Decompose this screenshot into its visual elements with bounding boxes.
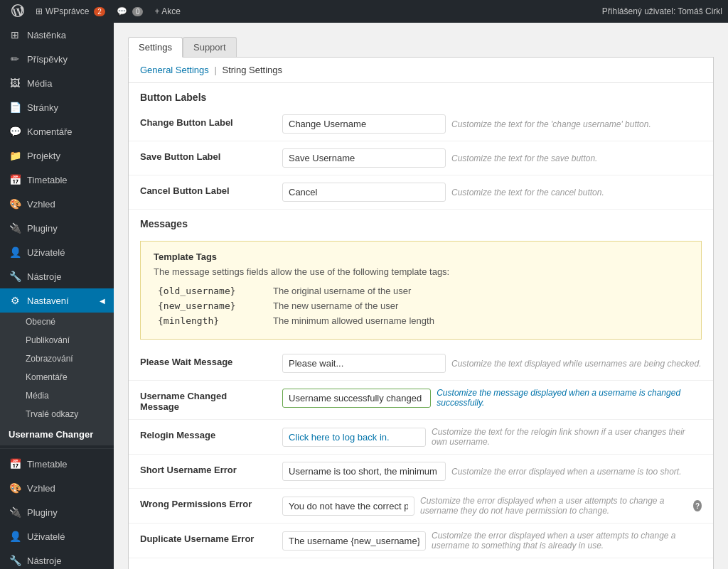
sidebar-item-dashboard[interactable]: ⊞ Nástěnka	[0, 23, 114, 47]
sidebar-item-projects[interactable]: 📁 Projekty	[0, 143, 114, 168]
sidebar-item-comments[interactable]: 💬 Komentáře	[0, 119, 114, 143]
sidebar-item-users[interactable]: 👤 Uživatelé	[0, 240, 114, 264]
projects-icon: 📁	[9, 149, 21, 162]
submenu-komentare[interactable]: Komentáře	[0, 368, 114, 386]
new-item-link[interactable]: + Akce	[149, 0, 186, 23]
sidebar-item-appearance[interactable]: 🎨 Vzhled	[0, 192, 114, 216]
wp-logo-link[interactable]	[6, 0, 30, 23]
tag-new-username-desc: The new username of the user	[270, 299, 687, 313]
duplicate-username-error-input[interactable]	[282, 531, 426, 551]
site-name-link[interactable]: ⊞ WPsprávce 2	[30, 0, 111, 23]
sidebar-item-label: Uživatelé	[27, 247, 65, 258]
sidebar-item-users2[interactable]: 👤 Uživatelé	[0, 524, 114, 548]
sidebar-item-plugins2[interactable]: 🔌 Pluginy	[0, 500, 114, 524]
comments-icon: 💬	[117, 6, 127, 16]
cancel-button-label-input[interactable]	[282, 183, 446, 202]
admin-bar: ⊞ WPsprávce 2 💬 0 + Akce Přihlášený uživ…	[0, 0, 728, 23]
short-username-error-input[interactable]	[282, 462, 446, 481]
username-changed-message-input[interactable]	[282, 389, 431, 408]
tag-minlength-desc: The minimum allowed username length	[270, 314, 687, 327]
breadcrumb: General Settings | String Settings	[129, 58, 713, 83]
table-row: Wrong Permissions Error Customize the er…	[129, 489, 713, 524]
relogin-message-hint: Customize the text for the relogin link …	[432, 427, 702, 447]
table-row: Cancel Button Label Customize the text f…	[129, 175, 713, 210]
please-wait-message-input[interactable]	[282, 354, 446, 373]
tools-icon: 🔧	[9, 270, 21, 283]
tab-settings[interactable]: Settings	[128, 37, 183, 58]
short-username-error-th: Short Username Error	[129, 455, 271, 489]
relogin-message-th: Relogin Message	[129, 420, 271, 455]
sidebar-item-tools[interactable]: 🔧 Nástroje	[0, 264, 114, 288]
breadcrumb-current: String Settings	[222, 65, 282, 75]
table-row: Duplicate Username Error Customize the e…	[129, 524, 713, 558]
sidebar: ⊞ Nástěnka ✏ Příspěvky 🖼 Média 📄 Stránky…	[0, 23, 114, 569]
breadcrumb-general-link[interactable]: General Settings	[140, 65, 209, 75]
wrong-permissions-error-input[interactable]	[282, 497, 414, 516]
sidebar-item-label: Nástroje	[27, 271, 61, 282]
pages-icon: 📄	[9, 101, 21, 114]
table-row: Change Button Label Customize the text f…	[129, 107, 713, 141]
sidebar-item-tools2[interactable]: 🔧 Nástroje	[0, 548, 114, 569]
change-button-label-input[interactable]	[282, 114, 446, 134]
sidebar-item-plugins[interactable]: 🔌 Pluginy	[0, 216, 114, 240]
tools2-icon: 🔧	[9, 554, 21, 567]
sidebar-item-label: Příspěvky	[27, 54, 68, 65]
submenu-obecne[interactable]: Obecné	[0, 313, 114, 331]
sidebar-item-timetable[interactable]: 📅 Timetable	[0, 168, 114, 192]
short-username-error-hint: Customize the error displayed when a use…	[451, 467, 682, 477]
tag-old-username-desc: The original username of the user	[270, 284, 687, 298]
username-changed-message-hint: Customize the message displayed when a u…	[437, 388, 702, 408]
tab-support[interactable]: Support	[183, 37, 237, 57]
breadcrumb-separator: |	[214, 65, 216, 75]
sidebar-item-label: Nástroje	[27, 556, 61, 566]
button-labels-section-title: Button Labels	[129, 83, 713, 107]
comments-icon: 💬	[9, 125, 21, 138]
submenu-trvale-odkazy[interactable]: Trvalé odkazy	[0, 405, 114, 423]
sidebar-item-pages[interactable]: 📄 Stránky	[0, 95, 114, 119]
sidebar-item-label: Stránky	[27, 102, 58, 113]
dashboard-icon: ⊞	[9, 28, 21, 41]
list-item: {minlength} The minimum allowed username…	[155, 314, 687, 327]
sidebar-item-label: Projekty	[27, 151, 60, 161]
list-item: {new_username} The new username of the u…	[155, 299, 687, 313]
posts-icon: ✏	[9, 53, 21, 65]
settings-submenu: Obecné Publikování Zobrazování Komentáře…	[0, 313, 114, 445]
new-item-label: + Akce	[154, 6, 180, 16]
username-changed-message-th: Username Changed Message	[129, 381, 271, 420]
sidebar-item-label: Timetable	[27, 459, 68, 470]
submenu-zobrazovani[interactable]: Zobrazování	[0, 349, 114, 368]
sidebar-item-media[interactable]: 🖼 Média	[0, 71, 114, 95]
table-row: Save Button Label Customize the text for…	[129, 141, 713, 175]
comments-badge: 0	[132, 7, 144, 16]
media-icon: 🖼	[9, 77, 21, 90]
submenu-media[interactable]: Média	[0, 386, 114, 405]
sidebar-item-appearance2[interactable]: 🎨 Vzhled	[0, 476, 114, 500]
sidebar-item-label: Uživatelé	[27, 531, 65, 542]
comments-link[interactable]: 💬 0	[111, 0, 149, 23]
main-content: Settings Support General Settings | Stri…	[114, 23, 728, 569]
sidebar-item-timetable2[interactable]: 📅 Timetable	[0, 452, 114, 476]
users2-icon: 👤	[9, 530, 21, 543]
plugins2-icon: 🔌	[9, 506, 21, 519]
sidebar-item-posts[interactable]: ✏ Příspěvky	[0, 47, 114, 71]
cancel-button-label-hint: Customize the text for the cancel button…	[451, 188, 604, 197]
sidebar-item-settings[interactable]: ⚙ Nastavení ◀	[0, 288, 114, 313]
table-row: Username Changed Message Customize the m…	[129, 381, 713, 420]
template-tags-description: The message settings fields allow the us…	[154, 266, 688, 277]
change-button-label-th: Change Button Label	[129, 107, 271, 141]
messages-section-title: Messages	[129, 210, 713, 234]
timetable-icon: 📅	[9, 173, 21, 186]
template-tags-box: Template Tags The message settings field…	[140, 241, 702, 340]
wrong-permissions-help-icon[interactable]: ?	[693, 500, 702, 511]
wp-logo-icon	[11, 4, 24, 19]
save-button-label-input[interactable]	[282, 148, 446, 168]
sidebar-item-label: Média	[27, 78, 52, 89]
settings-panel: General Settings | String Settings Butto…	[128, 57, 714, 569]
submenu-publikovani[interactable]: Publikování	[0, 331, 114, 349]
relogin-message-input[interactable]	[282, 428, 426, 447]
tag-new-username: {new_username}	[155, 299, 269, 313]
template-tags-title: Template Tags	[154, 251, 688, 262]
button-labels-table: Change Button Label Customize the text f…	[129, 107, 713, 210]
submenu-username-changer[interactable]: Username Changer	[0, 423, 114, 445]
list-item: {old_username} The original username of …	[155, 284, 687, 298]
